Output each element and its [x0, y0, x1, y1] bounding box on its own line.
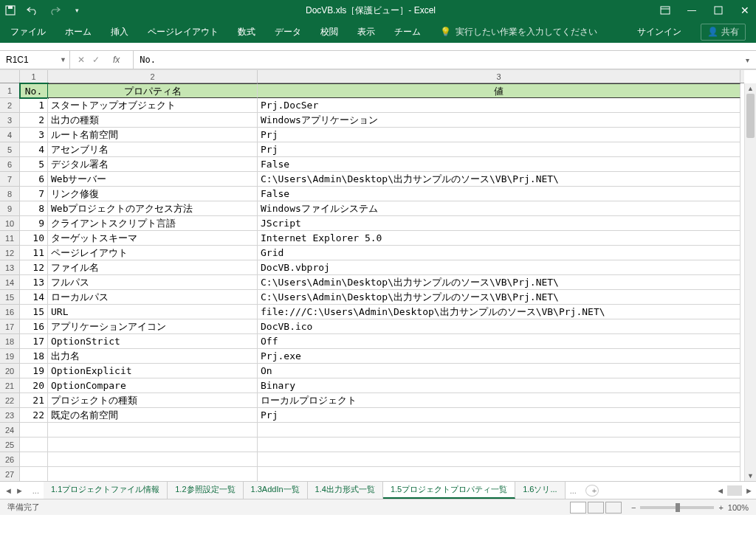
cell[interactable]	[20, 437, 48, 452]
row-header[interactable]: 5	[0, 142, 19, 157]
cell[interactable]: 18	[20, 349, 48, 364]
sheet-tab[interactable]: 1.5プロジェクトプロパティ一覧	[383, 482, 515, 499]
cell[interactable]: 15	[20, 305, 48, 319]
cell[interactable]	[20, 423, 48, 437]
hscroll-left-icon[interactable]: ◄	[716, 486, 724, 495]
cell[interactable]: Windowsアプリケーション	[258, 113, 740, 128]
hscroll-track[interactable]	[727, 485, 742, 496]
row-header[interactable]: 15	[0, 290, 19, 305]
row-header[interactable]: 3	[0, 113, 19, 128]
share-button[interactable]: 👤 共有	[701, 24, 746, 41]
fx-icon[interactable]: fx	[107, 55, 126, 65]
header-cell-val[interactable]: 値	[258, 83, 740, 98]
cell[interactable]	[258, 452, 740, 467]
row-header[interactable]: 23	[0, 408, 19, 423]
cell[interactable]: 17	[20, 334, 48, 349]
cell[interactable]: 4	[20, 142, 48, 157]
cell[interactable]	[48, 437, 258, 452]
cell[interactable]: 21	[20, 393, 48, 408]
cell[interactable]: C:\Users\Admin\Desktop\出力サンプルのソース\VB\Prj…	[258, 275, 740, 290]
cell[interactable]: 出力名	[48, 349, 258, 364]
row-header[interactable]: 26	[0, 452, 19, 467]
cell[interactable]: ページレイアウト	[48, 246, 258, 260]
cell[interactable]	[48, 423, 258, 437]
tab-review[interactable]: 校閲	[320, 26, 338, 38]
cell[interactable]: Webサーバー	[48, 172, 258, 187]
cell[interactable]: JScript	[258, 216, 740, 231]
cell[interactable]: False	[258, 157, 740, 172]
tab-file[interactable]: ファイル	[10, 26, 46, 38]
header-cell-prop[interactable]: プロパティ名	[48, 83, 258, 98]
cell[interactable]: 6	[20, 172, 48, 187]
scroll-up-icon[interactable]: ▲	[745, 83, 756, 94]
cell[interactable]: アプリケーションアイコン	[48, 319, 258, 334]
row-header[interactable]: 19	[0, 349, 19, 364]
row-header[interactable]: 20	[0, 364, 19, 378]
cell[interactable]: 9	[20, 216, 48, 231]
cell[interactable]: 14	[20, 290, 48, 305]
select-all-corner[interactable]	[0, 70, 20, 83]
ribbon-display-icon[interactable]	[659, 4, 672, 17]
add-sheet-button[interactable]: +	[585, 485, 599, 497]
cell[interactable]: file:///C:\Users\Admin\Desktop\出力サンプルのソー…	[258, 305, 740, 319]
col-header-3[interactable]: 3	[258, 70, 740, 83]
cell[interactable]: デジタル署名	[48, 157, 258, 172]
row-header[interactable]: 11	[0, 231, 19, 246]
tell-me-search[interactable]: 💡 実行したい作業を入力してください	[440, 26, 597, 38]
tab-home[interactable]: ホーム	[65, 26, 92, 38]
horizontal-scrollbar[interactable]: ◄ ►	[603, 485, 756, 496]
tab-team[interactable]: チーム	[394, 26, 421, 38]
sheet-nav-next-icon[interactable]: ►	[16, 486, 24, 495]
cell[interactable]: 13	[20, 275, 48, 290]
name-box[interactable]: R1C1 ▼	[0, 51, 70, 69]
normal-view-button[interactable]	[570, 502, 586, 513]
cell[interactable]: 3	[20, 128, 48, 142]
row-header[interactable]: 17	[0, 319, 19, 334]
sheet-overflow-left[interactable]: ...	[28, 486, 44, 495]
cell[interactable]: 既定の名前空間	[48, 408, 258, 423]
cell[interactable]: On	[258, 364, 740, 378]
maximize-button[interactable]	[712, 4, 725, 17]
cancel-formula-icon[interactable]: ✕	[78, 55, 85, 65]
cell[interactable]: ルート名前空間	[48, 128, 258, 142]
cell[interactable]	[258, 467, 740, 481]
row-header[interactable]: 6	[0, 157, 19, 172]
cell[interactable]: OptionExplicit	[48, 364, 258, 378]
row-header[interactable]: 2	[0, 98, 19, 113]
cell[interactable]: 7	[20, 187, 48, 201]
close-button[interactable]: ✕	[738, 4, 752, 17]
zoom-in-button[interactable]: +	[718, 503, 723, 512]
cell[interactable]: False	[258, 187, 740, 201]
cell[interactable]	[20, 452, 48, 467]
cell[interactable]: 出力の種類	[48, 113, 258, 128]
row-header[interactable]: 21	[0, 378, 19, 393]
row-header[interactable]: 24	[0, 423, 19, 437]
cell[interactable]: Prj	[258, 128, 740, 142]
cell[interactable]	[258, 423, 740, 437]
row-header[interactable]: 25	[0, 437, 19, 452]
scroll-thumb[interactable]	[746, 94, 755, 138]
sheet-tab[interactable]: 1.1プロジェクトファイル情報	[44, 482, 168, 499]
minimize-button[interactable]: —	[685, 4, 698, 17]
row-header[interactable]: 9	[0, 201, 19, 216]
row-header[interactable]: 14	[0, 275, 19, 290]
cell[interactable]: Prj.exe	[258, 349, 740, 364]
cell[interactable]: Webプロジェクトのアクセス方法	[48, 201, 258, 216]
sheet-tab[interactable]: 1.6ソリ...	[515, 482, 565, 499]
formula-input[interactable]: No.	[134, 55, 738, 65]
cell[interactable]	[258, 437, 740, 452]
cell[interactable]: Off	[258, 334, 740, 349]
hscroll-right-icon[interactable]: ►	[745, 486, 753, 495]
vertical-scrollbar[interactable]: ▲ ▼	[744, 83, 756, 481]
tab-view[interactable]: 表示	[357, 26, 375, 38]
expand-formula-icon[interactable]: ▾	[738, 56, 756, 64]
cell[interactable]: アセンブリ名	[48, 142, 258, 157]
row-header[interactable]: 4	[0, 128, 19, 142]
cell[interactable]: C:\Users\Admin\Desktop\出力サンプルのソース\VB\Prj…	[258, 172, 740, 187]
cell[interactable]: ローカルパス	[48, 290, 258, 305]
cell[interactable]: 5	[20, 157, 48, 172]
cell[interactable]: ローカルプロジェクト	[258, 393, 740, 408]
col-header-2[interactable]: 2	[48, 70, 258, 83]
cell[interactable]: 22	[20, 408, 48, 423]
cell[interactable]: 11	[20, 246, 48, 260]
